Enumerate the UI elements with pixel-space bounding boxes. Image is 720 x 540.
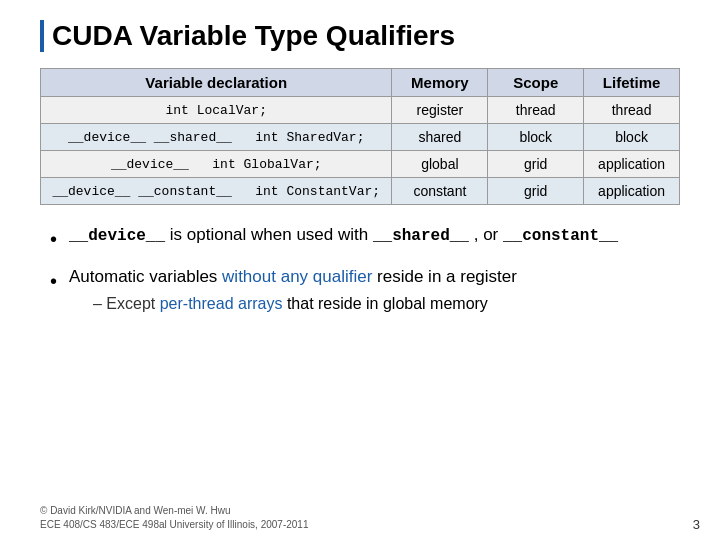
decl-cell-0: int LocalVar; xyxy=(41,97,392,124)
table-row: int LocalVar; register thread thread xyxy=(41,97,680,124)
mem-cell-3: constant xyxy=(392,178,488,205)
scope-cell-2: grid xyxy=(488,151,584,178)
bullet-text-1: __device__ is optional when used with __… xyxy=(69,223,680,247)
decl-cell-2: __device__ int GlobalVar; xyxy=(41,151,392,178)
bullet2-suffix: reside in a register xyxy=(372,267,517,286)
life-cell-3: application xyxy=(584,178,680,205)
sub-bullet: – Except per-thread arrays that reside i… xyxy=(93,293,680,315)
sub-suffix: that reside in global memory xyxy=(282,295,487,312)
footer-line1: © David Kirk/NVIDIA and Wen-mei W. Hwu xyxy=(40,504,308,518)
sub-blue: per-thread arrays xyxy=(160,295,283,312)
mem-cell-2: global xyxy=(392,151,488,178)
life-cell-1: block xyxy=(584,124,680,151)
bullet-dot-2: • xyxy=(50,267,57,295)
scope-cell-0: thread xyxy=(488,97,584,124)
bullet-item-1: • __device__ is optional when used with … xyxy=(50,223,680,253)
code-device-1: __device__ xyxy=(69,227,165,245)
header-memory: Memory xyxy=(392,69,488,97)
table-row: __device__ __constant__ int ConstantVar;… xyxy=(41,178,680,205)
bullet2-blue: without any qualifier xyxy=(222,267,372,286)
header-lifetime: Lifetime xyxy=(584,69,680,97)
scope-cell-3: grid xyxy=(488,178,584,205)
footer: © David Kirk/NVIDIA and Wen-mei W. Hwu E… xyxy=(40,504,308,532)
decl-cell-1: __device__ __shared__ int SharedVar; xyxy=(41,124,392,151)
sub-dash: – Except xyxy=(93,295,160,312)
bullet2-prefix: Automatic variables xyxy=(69,267,222,286)
header-declaration: Variable declaration xyxy=(41,69,392,97)
header-scope: Scope xyxy=(488,69,584,97)
table-row: __device__ int GlobalVar; global grid ap… xyxy=(41,151,680,178)
bullet-text-2: Automatic variables without any qualifie… xyxy=(69,265,680,315)
bullet-middle-text: is optional when used with xyxy=(170,225,373,244)
bullet-item-2: • Automatic variables without any qualif… xyxy=(50,265,680,315)
decl-cell-3: __device__ __constant__ int ConstantVar; xyxy=(41,178,392,205)
code-constant: __constant__ xyxy=(503,227,618,245)
code-shared: __shared__ xyxy=(373,227,469,245)
bullet-or-text: , or xyxy=(474,225,503,244)
scope-cell-1: block xyxy=(488,124,584,151)
life-cell-0: thread xyxy=(584,97,680,124)
mem-cell-0: register xyxy=(392,97,488,124)
bullet-dot-1: • xyxy=(50,225,57,253)
page-title: CUDA Variable Type Qualifiers xyxy=(40,20,680,52)
mem-cell-1: shared xyxy=(392,124,488,151)
qualifiers-table: Variable declaration Memory Scope Lifeti… xyxy=(40,68,680,205)
slide-container: CUDA Variable Type Qualifiers Variable d… xyxy=(0,0,720,540)
footer-line2: ECE 408/CS 483/ECE 498al University of I… xyxy=(40,518,308,532)
page-number: 3 xyxy=(693,517,700,532)
life-cell-2: application xyxy=(584,151,680,178)
bullet-list: • __device__ is optional when used with … xyxy=(40,223,680,315)
table-row: __device__ __shared__ int SharedVar; sha… xyxy=(41,124,680,151)
